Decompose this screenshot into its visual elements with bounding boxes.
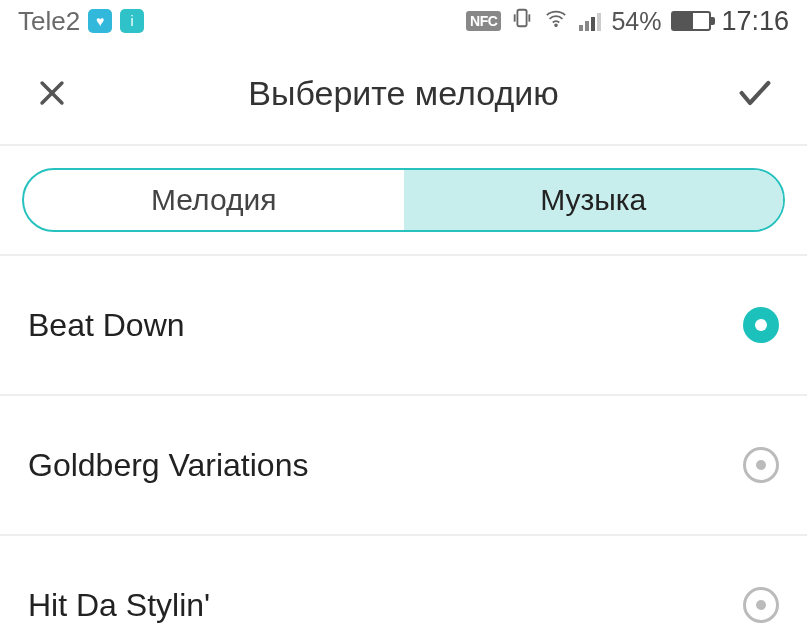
page-title: Выберите мелодию xyxy=(74,74,733,113)
list-item-label: Hit Da Stylin' xyxy=(28,587,210,624)
close-button[interactable] xyxy=(30,71,74,115)
svg-rect-0 xyxy=(518,10,527,27)
clock-time: 17:16 xyxy=(721,6,789,37)
list-item[interactable]: Beat Down xyxy=(0,256,807,396)
tab-melody[interactable]: Мелодия xyxy=(24,170,404,230)
tab-music[interactable]: Музыка xyxy=(404,170,784,230)
svg-point-3 xyxy=(555,24,557,26)
info-badge-icon: i xyxy=(120,9,144,33)
list-item[interactable]: Goldberg Variations xyxy=(0,396,807,536)
battery-percent: 54% xyxy=(611,7,661,36)
check-icon xyxy=(735,73,775,113)
vibrate-icon xyxy=(511,7,533,35)
status-left: Tele2 ♥ i xyxy=(18,6,144,37)
confirm-button[interactable] xyxy=(733,71,777,115)
status-bar: Tele2 ♥ i NFC 54% 17:16 xyxy=(0,0,807,42)
notification-badge-icon: ♥ xyxy=(88,9,112,33)
status-right: NFC 54% 17:16 xyxy=(466,6,789,37)
list-item-label: Goldberg Variations xyxy=(28,447,308,484)
ringtone-list: Beat Down Goldberg Variations Hit Da Sty… xyxy=(0,256,807,625)
wifi-icon xyxy=(543,7,569,35)
tabs-container: Мелодия Музыка xyxy=(0,146,807,256)
header-bar: Выберите мелодию xyxy=(0,42,807,146)
cellular-signal-icon xyxy=(579,11,601,31)
battery-icon xyxy=(671,11,711,31)
radio-selected-icon[interactable] xyxy=(743,307,779,343)
nfc-icon: NFC xyxy=(466,11,501,31)
segmented-control: Мелодия Музыка xyxy=(22,168,785,232)
radio-unselected-icon[interactable] xyxy=(743,447,779,483)
radio-unselected-icon[interactable] xyxy=(743,587,779,623)
carrier-label: Tele2 xyxy=(18,6,80,37)
close-icon xyxy=(35,76,69,110)
list-item[interactable]: Hit Da Stylin' xyxy=(0,536,807,625)
list-item-label: Beat Down xyxy=(28,307,185,344)
